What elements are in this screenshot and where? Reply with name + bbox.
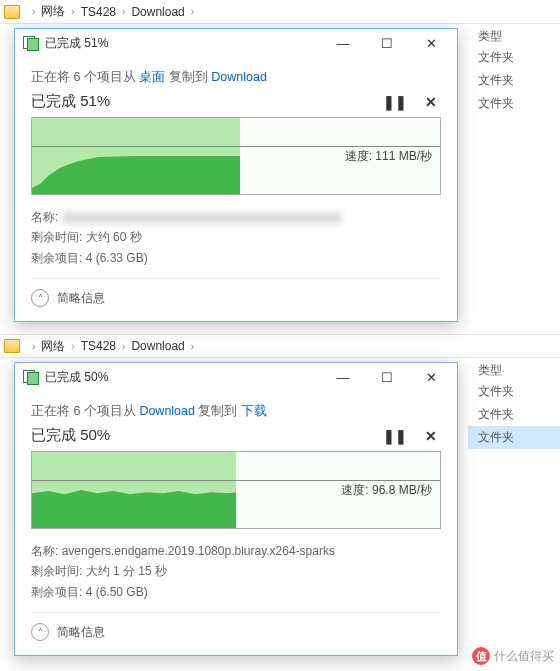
throughput-chart: 速度: 96.8 MB/秒 [31, 451, 441, 529]
chevron-up-icon: ˄ [31, 289, 49, 307]
titlebar[interactable]: 已完成 50% — ☐ ✕ [15, 363, 457, 391]
breadcrumb-item[interactable]: TS428 [81, 5, 116, 19]
details-label: 简略信息 [57, 290, 105, 307]
maximize-button[interactable]: ☐ [365, 30, 409, 56]
list-item[interactable]: 文件夹 [468, 92, 560, 115]
remaining-time: 剩余时间: 大约 1 分 15 秒 [31, 561, 441, 581]
dialog-title: 已完成 51% [45, 35, 108, 52]
file-copy-dialog: 已完成 51% — ☐ ✕ 正在将 6 个项目从 桌面 复制到 Download… [14, 28, 458, 322]
breadcrumb-item[interactable]: Download [131, 5, 184, 19]
copy-icon [23, 370, 39, 384]
folder-icon [4, 5, 20, 19]
remaining-time: 剩余时间: 大约 60 秒 [31, 227, 441, 247]
progress-text: 已完成 51% [31, 92, 110, 111]
remaining-items: 剩余项目: 4 (6.50 GB) [31, 582, 441, 602]
speed-label: 速度: 111 MB/秒 [343, 148, 434, 165]
speed-label: 速度: 96.8 MB/秒 [339, 482, 434, 499]
copy-description: 正在将 6 个项目从 桌面 复制到 Download [31, 69, 441, 86]
cancel-button[interactable]: ✕ [425, 428, 437, 444]
throughput-chart: 速度: 111 MB/秒 [31, 117, 441, 195]
watermark: 值 什么值得买 [472, 647, 554, 665]
minimize-button[interactable]: — [321, 30, 365, 56]
watermark-icon: 值 [472, 647, 490, 665]
breadcrumb-item[interactable]: 网络 [41, 3, 65, 20]
chevron-right-icon: › [32, 341, 35, 352]
pause-button[interactable]: ❚❚ [383, 94, 407, 110]
maximize-button[interactable]: ☐ [365, 364, 409, 390]
details-label: 简略信息 [57, 624, 105, 641]
close-button[interactable]: ✕ [409, 30, 453, 56]
chevron-right-icon: › [71, 341, 74, 352]
chevron-up-icon: ˄ [31, 623, 49, 641]
source-link[interactable]: Download [139, 404, 195, 418]
list-item[interactable]: 文件夹 [468, 46, 560, 69]
watermark-text: 什么值得买 [494, 648, 554, 665]
copy-description: 正在将 6 个项目从 Download 复制到 下载 [31, 403, 441, 420]
pause-button[interactable]: ❚❚ [383, 428, 407, 444]
chevron-right-icon: › [122, 341, 125, 352]
file-copy-dialog: 已完成 50% — ☐ ✕ 正在将 6 个项目从 Download 复制到 下载… [14, 362, 458, 656]
copy-icon [23, 36, 39, 50]
titlebar[interactable]: 已完成 51% — ☐ ✕ [15, 29, 457, 57]
details-toggle[interactable]: ˄ 简略信息 [31, 612, 441, 641]
breadcrumb-item[interactable]: Download [131, 339, 184, 353]
filename: avengers.endgame.2019.1080p.bluray.x264-… [62, 544, 335, 558]
list-item[interactable]: 文件夹 [468, 426, 560, 449]
minimize-button[interactable]: — [321, 364, 365, 390]
list-item[interactable]: 文件夹 [468, 380, 560, 403]
breadcrumb-item[interactable]: 网络 [41, 338, 65, 355]
chevron-right-icon: › [32, 6, 35, 17]
chevron-right-icon: › [71, 6, 74, 17]
chevron-right-icon: › [122, 6, 125, 17]
chevron-right-icon: › [191, 341, 194, 352]
breadcrumb[interactable]: › 网络 › TS428 › Download › [0, 334, 560, 358]
filename-blurred [62, 212, 342, 224]
breadcrumb-item[interactable]: TS428 [81, 339, 116, 353]
chevron-right-icon: › [191, 6, 194, 17]
dest-link[interactable]: 下载 [241, 404, 267, 418]
close-button[interactable]: ✕ [409, 364, 453, 390]
cancel-button[interactable]: ✕ [425, 94, 437, 110]
source-link[interactable]: 桌面 [139, 70, 165, 84]
details-toggle[interactable]: ˄ 简略信息 [31, 278, 441, 307]
list-item[interactable]: 文件夹 [468, 69, 560, 92]
name-row: 名称: avengers.endgame.2019.1080p.bluray.x… [31, 541, 441, 561]
name-row: 名称: [31, 207, 441, 227]
folder-icon [4, 339, 20, 353]
dest-link[interactable]: Download [211, 70, 267, 84]
remaining-items: 剩余项目: 4 (6.33 GB) [31, 248, 441, 268]
progress-text: 已完成 50% [31, 426, 110, 445]
dialog-title: 已完成 50% [45, 369, 108, 386]
list-item[interactable]: 文件夹 [468, 403, 560, 426]
breadcrumb[interactable]: › 网络 › TS428 › Download › [0, 0, 560, 24]
